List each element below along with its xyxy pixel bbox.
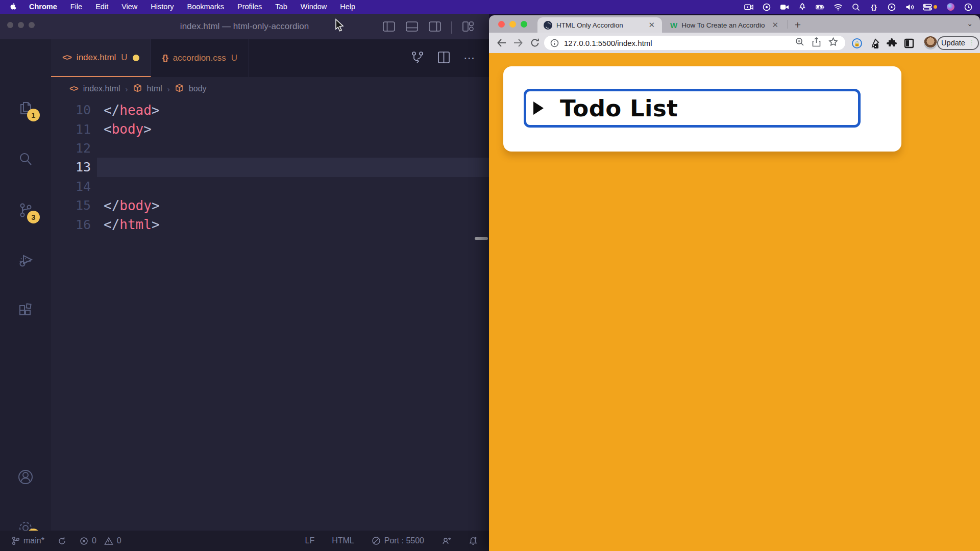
code-line-content[interactable] [97, 139, 489, 158]
code-line-13[interactable]: 13 [51, 158, 489, 177]
update-label: Update [941, 39, 965, 47]
split-editor-icon[interactable] [437, 51, 450, 66]
close-window-button[interactable] [498, 21, 505, 28]
breadcrumb-file[interactable]: index.html [83, 84, 120, 93]
toggles-icon[interactable] [923, 3, 937, 12]
html-punctuation: </ [104, 103, 119, 118]
code-line-content[interactable]: </html> [97, 215, 489, 234]
menu-item-file[interactable]: File [64, 0, 89, 14]
language-mode-item[interactable]: HTML [332, 536, 354, 545]
notifications-bell-item[interactable] [469, 536, 478, 546]
code-line-content[interactable] [97, 158, 489, 177]
screen-record-camera-icon[interactable] [744, 3, 753, 12]
address-bar[interactable]: 127.0.0.1:5500/index.html [544, 36, 845, 50]
code-line-11[interactable]: 11<body> [51, 119, 489, 138]
bookmark-star-icon[interactable] [828, 37, 838, 48]
problems-item[interactable]: 0 0 [80, 536, 121, 545]
play-circle-icon[interactable] [887, 3, 896, 12]
code-line-12[interactable]: 12 [51, 139, 489, 158]
site-info-icon[interactable] [550, 39, 559, 47]
close-tab-icon[interactable]: ✕ [646, 20, 657, 30]
account-icon[interactable] [15, 467, 36, 487]
menu-item-help[interactable]: Help [333, 0, 362, 14]
open-changes-icon[interactable] [411, 50, 424, 66]
tab-search-chevron-icon[interactable]: ⌄ [967, 19, 973, 28]
menu-item-tab[interactable]: Tab [268, 0, 293, 14]
tab-title: How To Create an Accordion [681, 21, 765, 29]
battery-icon[interactable] [816, 3, 825, 12]
toggle-panel-icon[interactable] [405, 20, 419, 35]
code-line-content[interactable]: <body> [97, 119, 489, 138]
sync-item[interactable] [58, 537, 66, 545]
back-button[interactable] [495, 36, 508, 49]
volume-icon[interactable] [905, 3, 914, 12]
eol-item[interactable]: LF [305, 536, 314, 545]
code-editor[interactable]: 10</head>11<body>12131415</body>16</html… [51, 101, 489, 531]
breadcrumb-body[interactable]: body [189, 84, 207, 93]
browser-tab-how-to-create-accordion[interactable]: W How To Create an Accordion ✕ [664, 17, 786, 33]
zoom-window-button[interactable] [521, 21, 527, 28]
accordion-summary[interactable]: Todo List [524, 89, 861, 128]
menu-item-history[interactable]: History [144, 0, 180, 14]
live-server-port-item[interactable]: Port : 5500 [372, 536, 424, 545]
accordion-card: Todo List [503, 66, 901, 152]
dark-reader-extension-icon[interactable] [902, 37, 916, 50]
siri-icon[interactable] [946, 3, 955, 12]
toggle-primary-sidebar-icon[interactable] [382, 20, 396, 35]
clock-icon[interactable] [964, 3, 973, 12]
zoom-page-icon[interactable] [795, 37, 804, 48]
window-resize-handle[interactable] [475, 237, 488, 240]
update-browser-button[interactable]: Update ⋮ [937, 36, 979, 50]
divider [451, 21, 452, 34]
menu-item-edit[interactable]: Edit [89, 0, 115, 14]
source-control-icon[interactable]: 3 [15, 200, 36, 220]
menu-item-bookmarks[interactable]: Bookmarks [180, 0, 231, 14]
layout-controls [382, 20, 475, 35]
privacy-lock-extension-icon[interactable]: 🔒 [850, 37, 864, 50]
extensions-icon[interactable] [15, 300, 36, 321]
reload-button[interactable] [528, 36, 542, 49]
explorer-icon[interactable]: 1 [15, 98, 36, 118]
more-actions-icon[interactable]: ⋯ [463, 52, 476, 65]
forward-button[interactable] [511, 36, 525, 49]
breadcrumb-html[interactable]: html [147, 84, 162, 93]
url-text[interactable]: 127.0.0.1:5500/index.html [564, 39, 795, 47]
tab-index-html[interactable]: <> index.html U [51, 39, 151, 77]
new-tab-button[interactable]: + [790, 17, 805, 33]
code-line-content[interactable] [97, 177, 489, 196]
colorpicker-extension-icon[interactable] [868, 37, 881, 50]
menu-item-view[interactable]: View [115, 0, 144, 14]
code-line-content[interactable]: </head> [97, 101, 489, 119]
browser-tab-html-only-accordion[interactable]: HTML Only Accordion ✕ [537, 17, 662, 33]
unsaved-dot-icon[interactable] [133, 55, 139, 61]
menu-item-window[interactable]: Window [294, 0, 334, 14]
extensions-puzzle-icon[interactable] [885, 37, 898, 50]
code-line-15[interactable]: 15</body> [51, 196, 489, 215]
search-icon[interactable] [15, 149, 36, 169]
search-icon[interactable] [851, 3, 861, 12]
close-tab-icon[interactable]: ✕ [770, 20, 780, 30]
html-punctuation: </ [104, 198, 119, 213]
minimize-window-button[interactable] [509, 21, 516, 28]
code-line-content[interactable]: </body> [97, 196, 489, 215]
code-line-14[interactable]: 14 [51, 177, 489, 196]
customize-layout-icon[interactable] [461, 20, 475, 35]
braces-icon[interactable]: { } [869, 3, 878, 12]
git-branch-item[interactable]: main* [11, 536, 44, 545]
share-icon[interactable] [812, 37, 821, 49]
menu-item-profiles[interactable]: Profiles [231, 0, 268, 14]
rocket-icon[interactable] [798, 3, 807, 12]
live-share-item[interactable] [442, 536, 451, 545]
profile-avatar[interactable] [924, 36, 937, 49]
toggle-secondary-sidebar-icon[interactable] [428, 20, 442, 35]
code-line-10[interactable]: 10</head> [51, 101, 489, 119]
code-line-16[interactable]: 16</html> [51, 215, 489, 234]
apple-icon[interactable] [0, 3, 22, 11]
chevron-right-icon: › [167, 85, 170, 93]
run-debug-icon[interactable] [15, 250, 36, 270]
video-camera-icon[interactable] [780, 3, 789, 12]
tab-accordion-css[interactable]: {} accordion.css U [151, 39, 249, 77]
record-dot-icon[interactable] [762, 3, 771, 12]
menu-item-chrome[interactable]: Chrome [22, 0, 64, 14]
wifi-icon[interactable] [834, 3, 843, 12]
